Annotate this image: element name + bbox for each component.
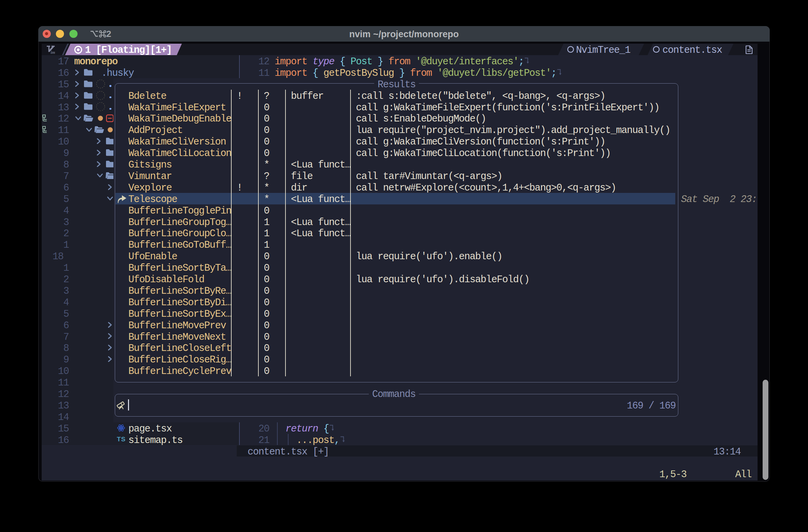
svg-text:im: im [51,50,55,55]
